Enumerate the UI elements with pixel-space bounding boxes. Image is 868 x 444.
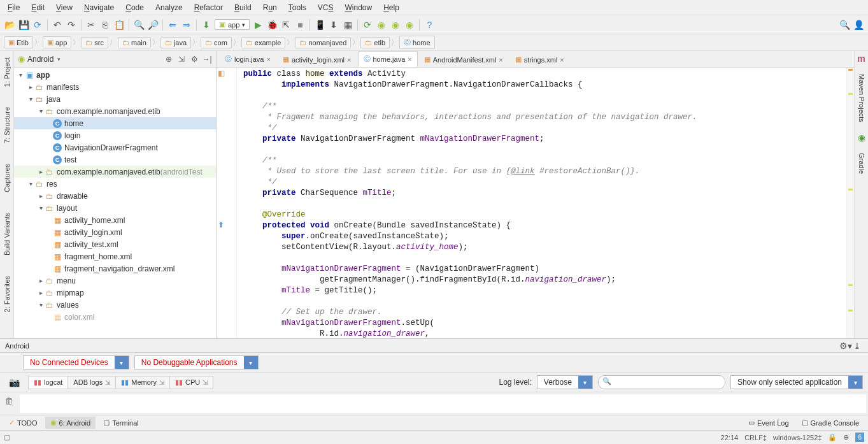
close-icon[interactable]: × xyxy=(347,56,351,64)
android-icon2[interactable]: ◉ xyxy=(390,19,401,31)
close-icon[interactable]: × xyxy=(408,55,411,63)
tab-login[interactable]: Ⓒlogin.java× xyxy=(219,51,276,67)
menu-code[interactable]: Code xyxy=(120,2,149,13)
log-level-combo[interactable]: Verbose ▾ xyxy=(537,375,593,389)
close-icon[interactable]: × xyxy=(266,55,270,63)
status-inspector-icon[interactable]: ⊕ xyxy=(843,433,849,441)
devices-combo[interactable]: No Connected Devices ▾ xyxy=(23,355,129,369)
screenshot-icon[interactable]: 📷 xyxy=(8,376,20,388)
status-encoding[interactable]: windows-1252‡ xyxy=(773,434,822,441)
bc-main[interactable]: 🗀main xyxy=(118,37,151,48)
status-icon[interactable]: ▢ xyxy=(4,433,10,441)
tree-item-fragment-nav[interactable]: ▦fragment_navigation_drawer.xml xyxy=(14,262,216,275)
search-everywhere-icon[interactable]: 🔍 xyxy=(839,19,850,31)
tab-home[interactable]: Ⓒhome.java× xyxy=(358,51,418,67)
sync-gradle-icon[interactable]: ⟳ xyxy=(362,19,373,31)
editor-overview-ruler[interactable] xyxy=(846,68,854,338)
tab-logcat[interactable]: ▮▮logcat xyxy=(28,376,68,389)
user-icon[interactable]: 👤 xyxy=(853,19,864,31)
attach-icon[interactable]: ⇱ xyxy=(280,19,292,31)
sync-icon[interactable]: ⟳ xyxy=(32,19,43,31)
editor-gutter[interactable]: ◧ ⬆ xyxy=(217,68,237,338)
stop-icon[interactable]: ■ xyxy=(294,19,306,31)
save-icon[interactable]: 💾 xyxy=(18,19,29,31)
tree-item-activity-login[interactable]: ▦activity_login.xml xyxy=(14,226,216,238)
tab-project[interactable]: 1: Project xyxy=(2,54,12,90)
tab-gradle[interactable]: Gradle xyxy=(857,149,867,178)
forward-icon[interactable]: ⇒ xyxy=(181,19,192,31)
hide-icon[interactable]: →| xyxy=(202,54,212,64)
status-notif-icon[interactable]: 6 xyxy=(855,433,864,442)
log-search-input[interactable] xyxy=(598,375,725,389)
replace-icon[interactable]: 🔎 xyxy=(147,19,159,31)
hide-icon[interactable]: ⤓ xyxy=(851,340,863,352)
bc-nomanjaved[interactable]: 🗀nomanjaved xyxy=(295,37,351,48)
project-view-selector[interactable]: Android xyxy=(27,55,53,64)
log-output[interactable] xyxy=(19,394,867,413)
close-icon[interactable]: × xyxy=(560,56,564,64)
redo-icon[interactable]: ↷ xyxy=(66,19,77,31)
btab-todo[interactable]: ✓TODO xyxy=(4,417,43,429)
tab-favorites[interactable]: 2: Favorites xyxy=(2,272,12,316)
make-icon[interactable]: ⬇ xyxy=(201,19,212,31)
tab-manifest[interactable]: ▦AndroidManifest.xml× xyxy=(418,52,509,67)
bc-example[interactable]: 🗀example xyxy=(241,37,286,48)
log-filter-combo[interactable]: Show only selected application ▾ xyxy=(730,375,863,389)
bc-com[interactable]: 🗀com xyxy=(201,37,232,48)
paste-icon[interactable]: 📋 xyxy=(113,19,125,31)
run-config-combo[interactable]: ▣ app ▾ xyxy=(215,19,250,30)
maven-m-icon[interactable]: m xyxy=(857,54,865,64)
debuggable-combo[interactable]: No Debuggable Applications ▾ xyxy=(134,355,259,369)
status-line-sep[interactable]: CRLF‡ xyxy=(744,434,767,441)
btab-gradle-console[interactable]: ▢Gradle Console xyxy=(797,417,864,429)
tree-item-activity-home[interactable]: ▦activity_home.xml xyxy=(14,214,216,226)
menu-vcs[interactable]: VCS xyxy=(313,2,339,13)
tree-item-login[interactable]: Clogin xyxy=(14,129,216,141)
cut-icon[interactable]: ✂ xyxy=(85,19,97,31)
bc-src[interactable]: 🗀src xyxy=(81,37,108,48)
menu-help[interactable]: Help xyxy=(378,2,404,13)
android-icon[interactable]: ◉ xyxy=(376,19,387,31)
status-lock-icon[interactable]: 🔒 xyxy=(828,433,837,441)
ddms-icon[interactable]: ▦ xyxy=(342,19,353,31)
copy-icon[interactable]: ⎘ xyxy=(99,19,111,31)
bc-home[interactable]: Ⓒhome xyxy=(399,36,435,49)
menu-navigate[interactable]: Navigate xyxy=(79,2,119,13)
tab-captures[interactable]: Captures xyxy=(2,160,12,196)
menu-refactor[interactable]: Refactor xyxy=(189,2,228,13)
tab-adb[interactable]: ADB logs⇲ xyxy=(68,376,116,389)
menu-tools[interactable]: Tools xyxy=(283,2,311,13)
tree-item-home[interactable]: Chome xyxy=(14,117,216,129)
tree-item-test[interactable]: Ctest xyxy=(14,154,216,166)
gradle-icon[interactable]: ◉ xyxy=(858,132,865,143)
undo-icon[interactable]: ↶ xyxy=(52,19,63,31)
avd-icon[interactable]: 📱 xyxy=(314,19,325,31)
collapse-icon[interactable]: ⇲ xyxy=(176,54,187,64)
gear-icon[interactable]: ⚙▾ xyxy=(840,340,851,352)
tab-maven[interactable]: Maven Projects xyxy=(857,70,867,126)
bc-etib2[interactable]: 🗀etib xyxy=(360,37,390,48)
btab-android[interactable]: ◉6: Android xyxy=(45,417,96,429)
tab-build-variants[interactable]: Build Variants xyxy=(2,209,12,259)
run-icon[interactable]: ▶ xyxy=(252,19,264,31)
android-icon3[interactable]: ◉ xyxy=(404,19,415,31)
project-tree[interactable]: ▾▣app ▸🗀manifests ▾🗀java ▾🗀com.example.n… xyxy=(14,68,216,338)
code-editor[interactable]: public class home extends Activity imple… xyxy=(237,68,846,338)
menu-build[interactable]: Build xyxy=(229,2,257,13)
tree-item-fragment-home[interactable]: ▦fragment_home.xml xyxy=(14,250,216,262)
menu-view[interactable]: View xyxy=(51,2,78,13)
find-icon[interactable]: 🔍 xyxy=(133,19,145,31)
menu-window[interactable]: Window xyxy=(339,2,377,13)
tab-strings[interactable]: ▦strings.xml× xyxy=(509,52,570,67)
tab-cpu[interactable]: ▮▮CPU⇲ xyxy=(169,376,213,389)
menu-file[interactable]: FFileile xyxy=(3,2,25,13)
bc-java[interactable]: 🗀java xyxy=(160,37,191,48)
gear-icon[interactable]: ⚙ xyxy=(189,54,199,64)
btab-event-log[interactable]: ▭Event Log xyxy=(743,417,794,429)
tab-structure[interactable]: 7: Structure xyxy=(2,103,12,147)
close-icon[interactable]: × xyxy=(499,56,502,64)
bc-app[interactable]: ▣app xyxy=(43,36,71,48)
help-icon[interactable]: ? xyxy=(423,19,435,31)
open-icon[interactable]: 📂 xyxy=(4,19,15,31)
btab-terminal[interactable]: ▢Terminal xyxy=(98,417,144,429)
